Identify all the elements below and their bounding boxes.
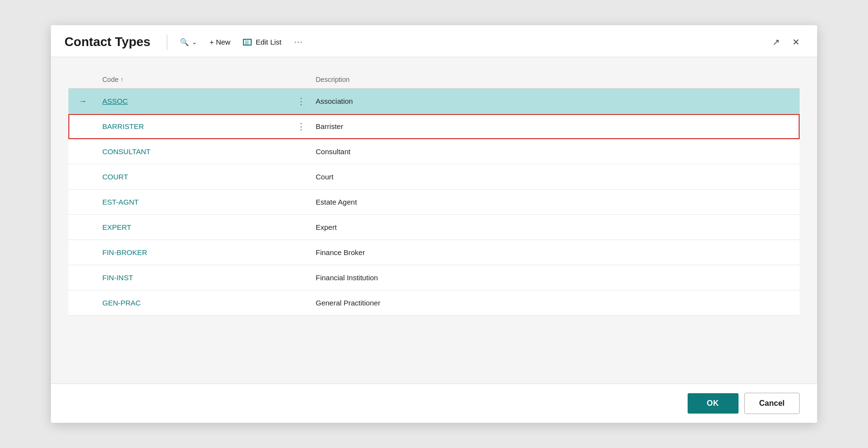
table-row[interactable]: BARRISTER ⋮ Barrister	[68, 114, 800, 139]
edit-list-button[interactable]: Edit List	[238, 35, 286, 49]
expand-button[interactable]: ↗	[769, 34, 784, 49]
table-row[interactable]: FIN-BROKER Finance Broker	[68, 240, 800, 265]
row-code-fininst[interactable]: FIN-INST	[97, 273, 291, 282]
table-row[interactable]: FIN-INST Financial Institution	[68, 265, 800, 290]
close-button[interactable]: ✕	[788, 34, 804, 49]
ok-button[interactable]: OK	[688, 393, 739, 414]
header-divider	[167, 34, 167, 50]
row-selected-arrow: →	[68, 97, 97, 106]
expand-icon: ↗	[772, 37, 780, 47]
table-row[interactable]: EST-AGNT Estate Agent	[68, 190, 800, 215]
table-header: Code ↑ Description	[68, 71, 800, 89]
row-code-finbroker[interactable]: FIN-BROKER	[97, 248, 291, 256]
row-desc-genprac: General Practitioner	[311, 299, 800, 307]
edit-list-label: Edit List	[256, 38, 281, 46]
dialog-header: Contact Types 🔍 ⌄ + New Edit List ··· ↗	[51, 25, 817, 57]
row-code-court[interactable]: COURT	[97, 173, 291, 181]
row-code-estagnt[interactable]: EST-AGNT	[97, 198, 291, 206]
table-row[interactable]: GEN-PRAC General Practitioner	[68, 290, 800, 316]
row-desc-consultant: Consultant	[311, 147, 800, 156]
row-code-consultant[interactable]: CONSULTANT	[97, 147, 291, 156]
new-button[interactable]: + New	[205, 35, 235, 49]
header-corner-buttons: ↗ ✕	[769, 34, 804, 49]
col-code-label: Code	[102, 76, 118, 83]
row-desc-estagnt: Estate Agent	[311, 198, 800, 206]
search-icon: 🔍	[180, 38, 189, 47]
chevron-down-icon: ⌄	[192, 39, 197, 46]
header-menu-col	[291, 76, 311, 83]
table-row[interactable]: CONSULTANT Consultant	[68, 139, 800, 164]
close-icon: ✕	[792, 37, 800, 47]
new-button-label: + New	[209, 38, 230, 46]
table-row[interactable]: → ASSOC ⋮ Association	[68, 89, 800, 114]
header-actions: 🔍 ⌄ + New Edit List ···	[175, 34, 307, 50]
row-desc-finbroker: Finance Broker	[311, 248, 800, 256]
table-row[interactable]: COURT Court	[68, 164, 800, 190]
col-header-description: Description	[311, 76, 800, 83]
more-options-button[interactable]: ···	[289, 34, 308, 50]
row-desc-court: Court	[311, 173, 800, 181]
col-description-label: Description	[316, 76, 350, 83]
edit-list-icon	[243, 39, 252, 46]
cancel-button[interactable]: Cancel	[744, 393, 800, 414]
row-code-genprac[interactable]: GEN-PRAC	[97, 299, 291, 307]
col-header-code: Code ↑	[97, 76, 291, 83]
contact-types-dialog: Contact Types 🔍 ⌄ + New Edit List ··· ↗	[51, 25, 817, 423]
row-menu-assoc[interactable]: ⋮	[291, 96, 311, 107]
table-row[interactable]: EXPERT Expert	[68, 215, 800, 240]
search-button[interactable]: 🔍 ⌄	[175, 35, 202, 49]
more-options-icon: ···	[294, 37, 303, 47]
row-desc-fininst: Financial Institution	[311, 273, 800, 282]
row-desc-assoc: Association	[311, 97, 800, 105]
sort-arrow-icon: ↑	[120, 76, 123, 83]
dialog-body: Code ↑ Description → ASSOC ⋮ Association…	[51, 57, 817, 384]
table-container: Code ↑ Description → ASSOC ⋮ Association…	[68, 71, 800, 316]
row-code-assoc[interactable]: ASSOC	[97, 97, 291, 105]
row-code-barrister[interactable]: BARRISTER	[97, 122, 291, 130]
row-desc-expert: Expert	[311, 223, 800, 231]
dialog-title: Contact Types	[64, 34, 150, 49]
header-arrow-col	[68, 76, 97, 83]
row-desc-barrister: Barrister	[311, 122, 800, 130]
row-menu-barrister[interactable]: ⋮	[291, 121, 311, 132]
dialog-footer: OK Cancel	[51, 384, 817, 423]
row-code-expert[interactable]: EXPERT	[97, 223, 291, 231]
